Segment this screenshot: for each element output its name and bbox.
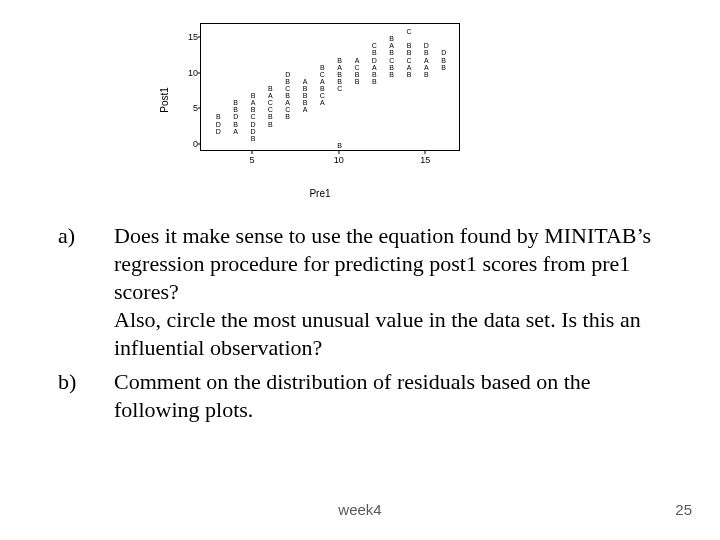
scatter-point: C bbox=[389, 56, 394, 63]
scatter-point: B bbox=[389, 49, 394, 56]
scatter-point: A bbox=[320, 99, 325, 106]
scatter-point: A bbox=[303, 77, 308, 84]
question-text-a: Does it make sense to use the equation f… bbox=[114, 222, 662, 362]
scatter-point: B bbox=[424, 70, 429, 77]
scatter-point: B bbox=[268, 113, 273, 120]
scatter-point: B bbox=[389, 70, 394, 77]
scatter-point: B bbox=[285, 92, 290, 99]
x-tick-mark bbox=[252, 151, 253, 154]
scatter-point: B bbox=[355, 77, 360, 84]
scatter-point: B bbox=[303, 92, 308, 99]
scatter-point: C bbox=[285, 85, 290, 92]
scatter-point: A bbox=[372, 63, 377, 70]
scatter-point: D bbox=[250, 120, 255, 127]
scatter-point: B bbox=[233, 120, 238, 127]
scatter-point: A bbox=[424, 56, 429, 63]
scatter-point: A bbox=[424, 63, 429, 70]
y-tick-label: 10 bbox=[186, 68, 198, 78]
scatter-point: D bbox=[372, 56, 377, 63]
scatter-point: B bbox=[251, 134, 256, 141]
scatter-point: D bbox=[233, 113, 238, 120]
scatter-point: A bbox=[337, 63, 342, 70]
scatter-point: D bbox=[216, 120, 221, 127]
question-text-b: Comment on the distribution of residuals… bbox=[114, 368, 662, 424]
x-axis-label: Pre1 bbox=[309, 188, 330, 199]
scatter-point: B bbox=[268, 120, 273, 127]
y-axis-label: Post1 bbox=[159, 87, 170, 113]
scatter-point: B bbox=[372, 49, 377, 56]
scatter-point: B bbox=[285, 113, 290, 120]
plot-area: BDDBBDBABABCDDBBACCBBDBCBACBABBBABCABCAB… bbox=[200, 23, 460, 151]
scatter-point: A bbox=[355, 56, 360, 63]
x-tick-label: 10 bbox=[334, 155, 344, 165]
x-tick-label: 15 bbox=[420, 155, 430, 165]
scatter-point: B bbox=[320, 63, 325, 70]
scatter-point: B bbox=[389, 63, 394, 70]
scatter-point: C bbox=[337, 85, 342, 92]
scatter-point: B bbox=[251, 92, 256, 99]
footer-center: week4 bbox=[338, 501, 381, 518]
scatter-point: C bbox=[354, 63, 359, 70]
question-list: a) Does it make sense to use the equatio… bbox=[58, 222, 662, 430]
question-a-para2: Also, circle the most unusual value in t… bbox=[114, 306, 662, 362]
scatter-point: B bbox=[441, 56, 446, 63]
scatter-point: A bbox=[320, 77, 325, 84]
y-tick-mark bbox=[198, 108, 201, 109]
question-label-b: b) bbox=[58, 368, 114, 424]
question-a-para1: Does it make sense to use the equation f… bbox=[114, 222, 662, 306]
scatter-point: D bbox=[285, 70, 290, 77]
scatter-point: B bbox=[303, 85, 308, 92]
question-a: a) Does it make sense to use the equatio… bbox=[58, 222, 662, 362]
scatter-point: B bbox=[285, 77, 290, 84]
scatter-point: D bbox=[250, 127, 255, 134]
footer-page-number: 25 bbox=[675, 501, 692, 518]
scatter-chart: Post1 Pre1 BDDBBDBABABCDDBBACCBBDBCBACBA… bbox=[170, 15, 470, 185]
scatter-point: B bbox=[424, 49, 429, 56]
scatter-point: A bbox=[389, 42, 394, 49]
x-tick-mark bbox=[425, 151, 426, 154]
scatter-point: C bbox=[320, 70, 325, 77]
scatter-point: C bbox=[250, 113, 255, 120]
scatter-point: B bbox=[303, 99, 308, 106]
scatter-point: B bbox=[372, 77, 377, 84]
scatter-point: B bbox=[407, 70, 412, 77]
scatter-point: B bbox=[407, 49, 412, 56]
scatter-point: A bbox=[407, 63, 412, 70]
scatter-point: A bbox=[303, 106, 308, 113]
scatter-point: B bbox=[233, 106, 238, 113]
scatter-point: B bbox=[216, 113, 221, 120]
y-tick-label: 5 bbox=[186, 103, 198, 113]
scatter-point: C bbox=[285, 106, 290, 113]
scatter-point: B bbox=[407, 42, 412, 49]
scatter-point: D bbox=[216, 127, 221, 134]
question-b: b) Comment on the distribution of residu… bbox=[58, 368, 662, 424]
scatter-point: D bbox=[424, 42, 429, 49]
scatter-point: C bbox=[406, 56, 411, 63]
scatter-point: C bbox=[320, 92, 325, 99]
scatter-point: B bbox=[337, 141, 342, 148]
scatter-point: A bbox=[285, 99, 290, 106]
scatter-point: C bbox=[372, 42, 377, 49]
y-tick-mark bbox=[198, 72, 201, 73]
scatter-point: A bbox=[268, 92, 273, 99]
scatter-point: B bbox=[337, 70, 342, 77]
scatter-point: A bbox=[251, 99, 256, 106]
scatter-point: C bbox=[268, 106, 273, 113]
scatter-point: B bbox=[372, 70, 377, 77]
scatter-point: B bbox=[320, 85, 325, 92]
scatter-point: B bbox=[337, 56, 342, 63]
scatter-point: C bbox=[406, 28, 411, 35]
scatter-point: B bbox=[251, 106, 256, 113]
scatter-point: B bbox=[441, 63, 446, 70]
scatter-point: C bbox=[268, 99, 273, 106]
scatter-point: A bbox=[233, 127, 238, 134]
scatter-point: B bbox=[389, 35, 394, 42]
y-tick-label: 15 bbox=[186, 32, 198, 42]
scatter-point: B bbox=[268, 85, 273, 92]
scatter-point: D bbox=[441, 49, 446, 56]
scatter-point: B bbox=[337, 77, 342, 84]
y-tick-mark bbox=[198, 143, 201, 144]
scatter-point: B bbox=[355, 70, 360, 77]
x-tick-mark bbox=[338, 151, 339, 154]
y-tick-mark bbox=[198, 37, 201, 38]
